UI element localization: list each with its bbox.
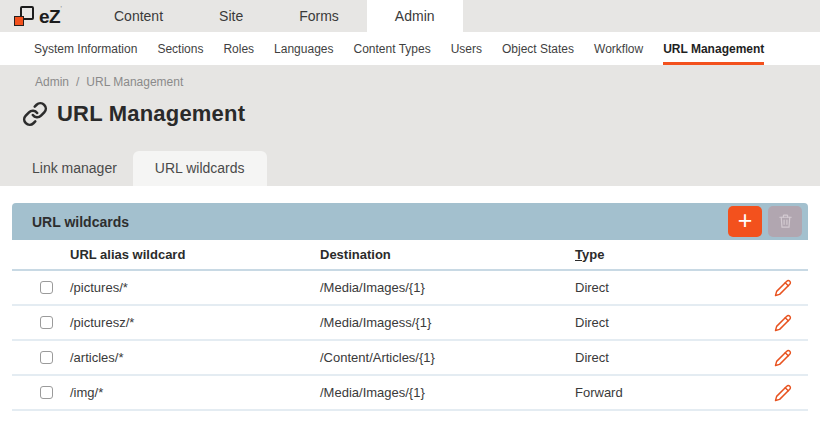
subnav-item[interactable]: URL Management	[663, 32, 764, 65]
edit-button[interactable]	[774, 314, 792, 332]
actions-cell	[760, 349, 808, 367]
checkbox-cell	[24, 386, 70, 399]
column-header-wildcard: URL alias wildcard	[70, 247, 320, 262]
page-title-row: URL Management	[22, 101, 820, 127]
edit-button[interactable]	[774, 279, 792, 297]
logo-text: eZ	[39, 7, 60, 26]
cell-destination: /Media/Images/{1}	[320, 385, 575, 400]
admin-subnav: System Information Sections Roles Langua…	[0, 32, 820, 65]
column-header-type: Type	[575, 247, 760, 262]
tab[interactable]: Link manager	[16, 151, 133, 186]
subnav-item[interactable]: Sections	[157, 32, 203, 65]
panel-title: URL wildcards	[32, 214, 722, 230]
delete-wildcard-button[interactable]	[768, 206, 802, 237]
cell-type: Direct	[575, 315, 760, 330]
main-menu-item[interactable]: Admin	[367, 0, 463, 32]
cell-destination: /Media/Images/{1}	[320, 280, 575, 295]
subnav-item[interactable]: Users	[451, 32, 482, 65]
subnav-item[interactable]: Content Types	[353, 32, 430, 65]
tab-bar: Link manager URL wildcards	[16, 151, 267, 186]
row-checkbox[interactable]	[40, 386, 53, 399]
breadcrumb-separator: /	[76, 75, 79, 89]
table-row: /img/* /Media/Images/{1} Forward	[12, 376, 808, 411]
cell-url-alias-wildcard: /picturesz/*	[70, 315, 320, 330]
trash-icon	[777, 213, 794, 230]
ez-logo-icon	[14, 6, 35, 27]
subnav-item[interactable]: Languages	[274, 32, 333, 65]
checkbox-cell	[24, 316, 70, 329]
breadcrumb: Admin / URL Management	[0, 65, 820, 89]
cell-type: Direct	[575, 350, 760, 365]
actions-cell	[760, 279, 808, 297]
column-header-destination: Destination	[320, 247, 575, 262]
main-menu-item[interactable]: Content	[86, 0, 191, 32]
cell-type: Forward	[575, 385, 760, 400]
cell-type: Direct	[575, 280, 760, 295]
row-checkbox[interactable]	[40, 351, 53, 364]
url-wildcards-panel-header: URL wildcards +	[12, 203, 808, 240]
main-menu-item[interactable]: Forms	[271, 0, 367, 32]
main-menu-item[interactable]: Site	[191, 0, 271, 32]
subnav-item[interactable]: Workflow	[594, 32, 643, 65]
edit-button[interactable]	[774, 384, 792, 402]
subnav-item[interactable]: Object States	[502, 32, 574, 65]
cell-url-alias-wildcard: /articles/*	[70, 350, 320, 365]
cell-url-alias-wildcard: /pictures/*	[70, 280, 320, 295]
logo-trademark: ’	[60, 4, 62, 13]
table-row: /articles/* /Content/Articles/{1} Direct	[12, 341, 808, 376]
cell-url-alias-wildcard: /img/*	[70, 385, 320, 400]
actions-cell	[760, 314, 808, 332]
table-row: /pictures/* /Media/Images/{1} Direct	[12, 271, 808, 306]
subnav-item[interactable]: Roles	[223, 32, 254, 65]
ez-logo[interactable]: eZ ’	[0, 0, 86, 32]
main-menu: Content Site Forms Admin	[86, 0, 463, 32]
top-bar: eZ ’ Content Site Forms Admin	[0, 0, 820, 32]
table-row: /picturesz/* /Media/Imagess/{1} Direct	[12, 306, 808, 341]
cell-destination: /Media/Imagess/{1}	[320, 315, 575, 330]
checkbox-cell	[24, 281, 70, 294]
table-body: /pictures/* /Media/Images/{1} Direct	[12, 271, 808, 411]
add-wildcard-button[interactable]: +	[728, 206, 762, 237]
plus-icon: +	[738, 208, 753, 233]
table-header-row: URL alias wildcard Destination Type	[12, 240, 808, 271]
checkbox-cell	[24, 351, 70, 364]
row-checkbox[interactable]	[40, 281, 53, 294]
subnav-item[interactable]: System Information	[34, 32, 137, 65]
page-title: URL Management	[57, 101, 245, 127]
actions-cell	[760, 384, 808, 402]
breadcrumb-item[interactable]: URL Management	[86, 75, 183, 89]
edit-button[interactable]	[774, 349, 792, 367]
main-content: URL wildcards + URL alias wildcard Desti…	[0, 186, 820, 411]
page-header: Admin / URL Management URL Management Li…	[0, 65, 820, 186]
row-checkbox[interactable]	[40, 316, 53, 329]
tab[interactable]: URL wildcards	[133, 151, 267, 186]
link-icon	[22, 101, 48, 127]
breadcrumb-item[interactable]: Admin	[35, 75, 69, 89]
cell-destination: /Content/Articles/{1}	[320, 350, 575, 365]
url-wildcards-table: URL alias wildcard Destination Type /pic…	[12, 240, 808, 411]
